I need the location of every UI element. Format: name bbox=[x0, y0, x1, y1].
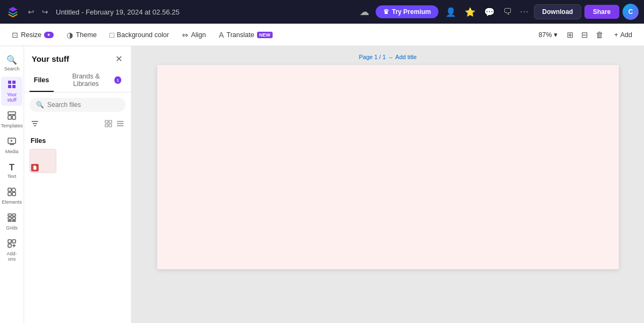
view-options-button[interactable]: ⊟ bbox=[579, 27, 591, 42]
delete-button[interactable]: 🗑 bbox=[593, 27, 606, 42]
bg-color-label: Background color bbox=[117, 31, 169, 39]
sidebar-icons: 🔍 Search Your stuff bbox=[0, 46, 24, 323]
panel: Your stuff ✕ Files Brands & Libraries 1 … bbox=[24, 46, 131, 323]
sidebar-media-label: Media bbox=[5, 149, 19, 154]
svg-rect-13 bbox=[12, 192, 16, 196]
resize-label: Resize bbox=[21, 31, 41, 39]
panel-section-title: Files bbox=[24, 134, 131, 147]
panel-title: Your stuff bbox=[32, 54, 69, 63]
page-info: Page 1 / 1 bbox=[359, 54, 386, 60]
svg-rect-16 bbox=[8, 217, 11, 219]
zoom-chevron-icon: ▾ bbox=[554, 31, 558, 39]
panel-files-grid bbox=[24, 147, 131, 175]
elements-icon bbox=[8, 188, 16, 198]
svg-rect-20 bbox=[8, 240, 11, 243]
svg-rect-18 bbox=[8, 220, 11, 221]
svg-rect-21 bbox=[12, 240, 16, 243]
add-plus-icon: + bbox=[614, 31, 618, 39]
templates-icon bbox=[8, 111, 16, 122]
view-toggle bbox=[103, 118, 126, 131]
canvas-area: Page 1 / 1 – Add title bbox=[131, 46, 644, 323]
share-button[interactable]: Share bbox=[584, 5, 619, 19]
bg-color-icon: □ bbox=[109, 31, 114, 39]
canvas-page bbox=[157, 65, 619, 269]
align-icon: ⇔ bbox=[182, 31, 188, 39]
bg-color-button[interactable]: □ Background color bbox=[104, 28, 174, 42]
svg-rect-0 bbox=[8, 81, 11, 84]
panel-filter-bar bbox=[24, 115, 131, 134]
svg-rect-17 bbox=[12, 217, 16, 219]
list-view-button[interactable] bbox=[115, 118, 126, 131]
svg-point-11 bbox=[12, 188, 16, 192]
search-magnifier-icon: 🔍 bbox=[36, 101, 44, 109]
document-title: Untitled - February 19, 2024 at 02.56.25 bbox=[56, 8, 355, 16]
text-icon: T bbox=[9, 163, 14, 173]
search-icon: 🔍 bbox=[6, 55, 17, 65]
svg-rect-6 bbox=[12, 116, 16, 119]
undo-button[interactable]: ↩ bbox=[25, 5, 38, 18]
svg-rect-30 bbox=[109, 120, 112, 123]
panel-header: Your stuff ✕ bbox=[24, 46, 131, 69]
add-button[interactable]: + Add bbox=[609, 28, 638, 41]
sidebar-item-media[interactable]: Media bbox=[1, 134, 23, 157]
panel-close-button[interactable]: ✕ bbox=[114, 53, 123, 65]
translate-label: Translate bbox=[226, 31, 254, 39]
add-title-link[interactable]: Add title bbox=[396, 54, 417, 60]
align-button[interactable]: ⇔ Align bbox=[177, 28, 211, 42]
profile-icon-button[interactable]: 👤 bbox=[443, 4, 459, 20]
zoom-control[interactable]: 87% ▾ bbox=[534, 28, 562, 41]
resize-button[interactable]: ⊡ Resize ✦ bbox=[6, 28, 59, 42]
svg-rect-10 bbox=[8, 188, 11, 191]
sidebar-item-your-stuff[interactable]: Your stuff bbox=[1, 77, 23, 106]
align-label: Align bbox=[191, 31, 206, 39]
translate-icon: A bbox=[219, 31, 224, 39]
search-input[interactable] bbox=[47, 101, 119, 109]
redo-button[interactable]: ↪ bbox=[39, 5, 52, 18]
svg-rect-2 bbox=[8, 85, 11, 88]
theme-button[interactable]: ◑ Theme bbox=[61, 28, 102, 42]
resize-premium-badge: ✦ bbox=[44, 32, 54, 38]
help-icon-button[interactable]: ⭐ bbox=[462, 4, 478, 20]
svg-rect-5 bbox=[8, 116, 11, 119]
sidebar-item-search[interactable]: 🔍 Search bbox=[1, 52, 23, 75]
tab-files[interactable]: Files bbox=[30, 69, 54, 92]
chat-icon-button[interactable]: 🗨 bbox=[501, 4, 515, 19]
theme-label: Theme bbox=[76, 31, 97, 39]
sidebar-your-stuff-label: Your stuff bbox=[3, 92, 20, 103]
svg-marker-8 bbox=[11, 140, 13, 142]
grids-icon bbox=[8, 213, 16, 224]
resize-icon: ⊡ bbox=[12, 31, 18, 39]
app-logo[interactable] bbox=[5, 4, 20, 19]
search-box: 🔍 bbox=[30, 98, 126, 112]
sort-view-button[interactable] bbox=[103, 118, 114, 131]
download-button[interactable]: Download bbox=[534, 4, 581, 19]
sidebar-templates-label: Templates bbox=[1, 123, 23, 128]
translate-button[interactable]: A Translate NEW bbox=[214, 28, 278, 42]
try-premium-button[interactable]: ♛ Try Premium bbox=[376, 5, 438, 18]
sidebar-item-templates[interactable]: Templates bbox=[1, 108, 23, 132]
sidebar-item-grids[interactable]: Grids bbox=[1, 210, 23, 234]
toolbar: ⊡ Resize ✦ ◑ Theme □ Background color ⇔ … bbox=[0, 24, 644, 46]
list-item[interactable] bbox=[30, 149, 56, 173]
sidebar-item-add-ons[interactable]: Add-ons bbox=[1, 236, 23, 265]
cloud-icon: ☁ bbox=[360, 6, 369, 18]
fit-page-button[interactable]: ⊞ bbox=[564, 27, 576, 42]
your-stuff-icon bbox=[8, 80, 16, 91]
filter-button[interactable] bbox=[30, 118, 40, 131]
sidebar-item-text[interactable]: T Text bbox=[1, 160, 23, 182]
try-premium-label: Try Premium bbox=[392, 8, 431, 16]
more-options-button[interactable]: ··· bbox=[518, 5, 531, 19]
zoom-value: 87% bbox=[538, 31, 552, 39]
sidebar-add-ons-label: Add-ons bbox=[3, 251, 20, 262]
svg-rect-32 bbox=[109, 124, 112, 127]
svg-rect-31 bbox=[105, 124, 108, 127]
user-avatar[interactable]: C bbox=[623, 4, 639, 20]
svg-rect-3 bbox=[12, 85, 16, 88]
file-icon bbox=[31, 164, 39, 171]
tab-brands-libraries[interactable]: Brands & Libraries 1 bbox=[56, 69, 126, 92]
svg-rect-1 bbox=[12, 81, 16, 84]
comment-icon-button[interactable]: 💬 bbox=[481, 4, 497, 20]
sidebar-item-elements[interactable]: Elements bbox=[1, 184, 23, 208]
nav-arrows: ↩ ↪ bbox=[25, 5, 52, 18]
theme-icon: ◑ bbox=[67, 31, 73, 39]
